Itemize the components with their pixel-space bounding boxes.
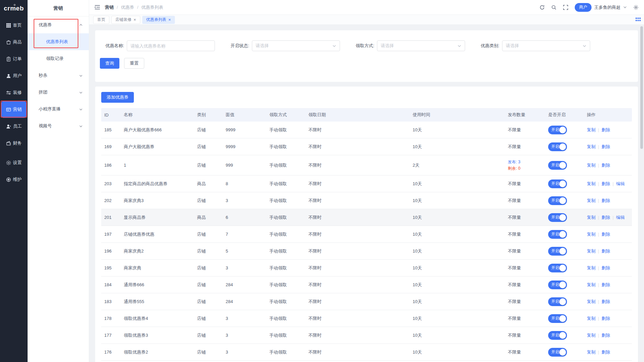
- action-删除[interactable]: 删除: [601, 144, 610, 149]
- submenu-item-label: 视频号: [39, 123, 52, 129]
- submenu-item-视频号[interactable]: 视频号: [28, 118, 89, 134]
- coupon-category-select[interactable]: 请选择: [502, 40, 590, 51]
- action-复制[interactable]: 复制: [587, 127, 596, 132]
- action-删除[interactable]: 删除: [601, 127, 610, 132]
- action-删除[interactable]: 删除: [601, 249, 610, 254]
- breadcrumb: 营销 / 优惠券 / 优惠券列表: [105, 4, 163, 10]
- tab-优惠券列表[interactable]: 优惠券列表×: [142, 16, 175, 24]
- action-复制[interactable]: 复制: [587, 249, 596, 254]
- submenu-item-优惠券列表[interactable]: 优惠券列表: [28, 33, 89, 50]
- receive-method-select[interactable]: 请选择: [377, 40, 465, 51]
- enable-toggle[interactable]: 开启: [548, 196, 567, 205]
- close-icon[interactable]: ×: [134, 18, 136, 22]
- reset-button[interactable]: 重置: [124, 58, 144, 69]
- sidebar-item-用户[interactable]: 用户: [0, 67, 28, 84]
- table-cell: 9999: [226, 144, 269, 149]
- enable-toggle[interactable]: 开启: [548, 126, 567, 134]
- enable-toggle[interactable]: 开启: [548, 331, 567, 340]
- submenu-item-拼团[interactable]: 拼团: [28, 84, 89, 101]
- filter-label: 优惠类别:: [475, 43, 499, 49]
- action-删除[interactable]: 删除: [601, 181, 610, 186]
- close-icon[interactable]: ×: [168, 18, 171, 22]
- action-删除[interactable]: 删除: [601, 316, 610, 321]
- sidebar-item-订单[interactable]: 订单: [0, 51, 28, 67]
- merchant-account[interactable]: 商户 王多鱼的商超: [575, 3, 627, 12]
- sidebar-item-维护[interactable]: 维护: [0, 171, 28, 188]
- sidebar-item-商品[interactable]: 商品: [0, 34, 28, 51]
- submenu-item-优惠券[interactable]: 优惠券: [28, 17, 89, 33]
- enable-status-select[interactable]: 请选择: [252, 40, 340, 51]
- table-row: 169商户大额优惠券店铺9999手动领取不限时10天不限量开启复制|删除: [101, 138, 632, 155]
- sidebar-item-员工[interactable]: 员工: [0, 118, 28, 135]
- coupon-name-input[interactable]: [127, 40, 215, 51]
- finance-icon: [6, 141, 11, 146]
- enable-toggle[interactable]: 开启: [548, 179, 567, 188]
- action-删除[interactable]: 删除: [601, 282, 610, 287]
- action-separator: |: [598, 265, 599, 270]
- menu-fold-icon[interactable]: [94, 5, 100, 10]
- breadcrumb-item-coupon-list[interactable]: 优惠券列表: [141, 4, 163, 10]
- fullscreen-icon[interactable]: [563, 5, 568, 10]
- submenu-item-领取记录[interactable]: 领取记录: [28, 50, 89, 67]
- breadcrumb-item-coupon[interactable]: 优惠券: [121, 4, 134, 10]
- enable-toggle[interactable]: 开启: [548, 230, 567, 239]
- tab-首页[interactable]: 首页: [93, 16, 109, 24]
- action-删除[interactable]: 删除: [601, 198, 610, 203]
- app-root: crmeb 首页商品订单用户装修营销员工财务设置维护 营销 优惠券优惠券列表领取…: [0, 0, 644, 362]
- submenu-item-秒杀[interactable]: 秒杀: [28, 67, 89, 84]
- action-复制[interactable]: 复制: [587, 333, 596, 338]
- action-separator: |: [598, 127, 599, 132]
- action-删除[interactable]: 删除: [601, 350, 610, 355]
- sidebar-item-首页[interactable]: 首页: [0, 17, 28, 34]
- enable-toggle[interactable]: 开启: [548, 213, 567, 222]
- action-删除[interactable]: 删除: [601, 232, 610, 237]
- enable-toggle[interactable]: 开启: [548, 247, 567, 256]
- action-删除[interactable]: 删除: [601, 163, 610, 168]
- action-复制[interactable]: 复制: [587, 144, 596, 149]
- action-编辑[interactable]: 编辑: [616, 181, 625, 186]
- sidebar-item-装修[interactable]: 装修: [0, 84, 28, 101]
- gear-icon[interactable]: [633, 5, 639, 10]
- tab-options-grid-icon[interactable]: [636, 18, 641, 22]
- action-编辑[interactable]: 编辑: [616, 215, 625, 220]
- action-复制[interactable]: 复制: [587, 316, 596, 321]
- action-复制[interactable]: 复制: [587, 163, 596, 168]
- add-coupon-button[interactable]: 添加优惠券: [101, 92, 134, 103]
- chevron-down-icon: [79, 124, 83, 128]
- action-删除[interactable]: 删除: [601, 333, 610, 338]
- breadcrumb-item-marketing[interactable]: 营销: [105, 4, 114, 10]
- enable-toggle[interactable]: 开启: [548, 264, 567, 272]
- action-复制[interactable]: 复制: [587, 282, 596, 287]
- enable-toggle[interactable]: 开启: [548, 281, 567, 289]
- action-复制[interactable]: 复制: [587, 198, 596, 203]
- action-删除[interactable]: 删除: [601, 215, 610, 220]
- table-cell: 手动领取: [269, 299, 308, 305]
- enable-toggle[interactable]: 开启: [548, 348, 567, 357]
- action-删除[interactable]: 删除: [601, 299, 610, 304]
- search-icon[interactable]: [551, 5, 557, 10]
- sidebar-item-营销[interactable]: 营销: [1, 101, 26, 118]
- action-复制[interactable]: 复制: [587, 215, 596, 220]
- action-复制[interactable]: 复制: [587, 181, 596, 186]
- toggle-cell: 开启: [548, 264, 587, 272]
- quantity-cell: 不限量: [508, 349, 548, 355]
- action-复制[interactable]: 复制: [587, 232, 596, 237]
- toggle-label: 开启: [551, 349, 559, 355]
- submenu-item-小程序直播[interactable]: 小程序直播: [28, 101, 89, 118]
- enable-toggle[interactable]: 开启: [548, 161, 567, 170]
- tab-店铺装修[interactable]: 店铺装修×: [111, 16, 140, 24]
- action-复制[interactable]: 复制: [587, 350, 596, 355]
- action-复制[interactable]: 复制: [587, 299, 596, 304]
- action-separator: |: [598, 299, 599, 304]
- sidebar-item-财务[interactable]: 财务: [0, 135, 28, 152]
- enable-toggle[interactable]: 开启: [548, 142, 567, 151]
- action-删除[interactable]: 删除: [601, 265, 610, 270]
- enable-toggle[interactable]: 开启: [548, 297, 567, 306]
- settings-icon: [6, 160, 11, 165]
- refresh-icon[interactable]: [539, 5, 545, 10]
- action-复制[interactable]: 复制: [587, 265, 596, 270]
- search-button[interactable]: 查询: [100, 58, 119, 69]
- enable-toggle[interactable]: 开启: [548, 314, 567, 323]
- sidebar-item-设置[interactable]: 设置: [0, 154, 28, 171]
- vertical-scrollbar-thumb[interactable]: [640, 26, 643, 149]
